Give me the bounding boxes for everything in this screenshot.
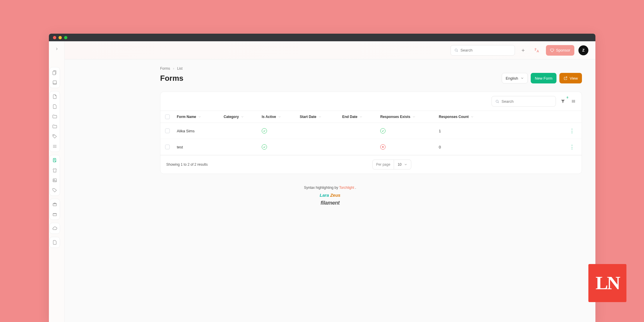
cell-responses-count: 0 xyxy=(439,145,480,149)
credits-footer: Syntax highlighting by Torchlight . Lara… xyxy=(75,186,585,206)
top-header: Sponsor Z xyxy=(65,41,595,59)
nav-group-6 xyxy=(49,237,60,248)
nav-pages-icon[interactable] xyxy=(52,70,58,76)
svg-line-16 xyxy=(498,102,499,103)
svg-rect-11 xyxy=(53,179,56,182)
cell-form-name[interactable]: Alika Sims xyxy=(177,129,224,133)
filter-count-badge: 0 xyxy=(567,96,568,99)
nav-cloud-icon[interactable] xyxy=(52,225,58,231)
heart-icon xyxy=(550,48,554,52)
table-search[interactable] xyxy=(491,96,556,107)
forms-table-card: 0 Form Name Category Is Active Start Dat… xyxy=(160,92,582,174)
nav-image-icon[interactable] xyxy=(52,177,58,183)
global-search[interactable] xyxy=(451,45,515,56)
row-actions-button[interactable]: ⋮ xyxy=(569,144,577,150)
chevron-down-icon xyxy=(470,115,474,119)
nav-box2-icon[interactable] xyxy=(52,211,58,217)
nav-group-2 xyxy=(49,91,60,152)
table-row: Alika Sims 1 ⋮ xyxy=(160,123,582,139)
nav-tag2-icon[interactable] xyxy=(52,187,58,193)
nav-group-4 xyxy=(49,199,60,220)
chevron-down-icon xyxy=(278,115,281,119)
nav-forms-icon[interactable] xyxy=(52,157,58,163)
filter-button[interactable]: 0 xyxy=(559,98,566,105)
columns-button[interactable] xyxy=(570,98,577,105)
window-minimize-button[interactable] xyxy=(59,36,62,39)
chevron-down-icon xyxy=(359,115,363,119)
nav-box-icon[interactable] xyxy=(52,201,58,207)
col-responses-exists[interactable]: Responses Exists xyxy=(380,115,439,119)
nav-folder-icon[interactable] xyxy=(52,114,58,119)
breadcrumb-root[interactable]: Forms xyxy=(160,66,170,71)
chevron-down-icon xyxy=(198,115,201,119)
col-responses-count[interactable]: Responses Count xyxy=(439,115,480,119)
external-link-icon xyxy=(564,76,568,80)
breadcrumb-leaf: List xyxy=(177,66,183,71)
plus-icon xyxy=(521,48,525,53)
nav-folder2-icon[interactable] xyxy=(52,124,58,129)
browser-window: Sponsor Z xyxy=(49,34,595,322)
row-checkbox[interactable] xyxy=(165,129,170,133)
per-page-select[interactable]: 10 xyxy=(394,160,411,169)
table-row: test 0 ⋮ xyxy=(160,139,582,155)
svg-point-6 xyxy=(54,135,54,136)
col-start-date[interactable]: Start Date xyxy=(300,115,342,119)
svg-point-0 xyxy=(455,49,457,51)
breadcrumb: Forms › List xyxy=(160,66,585,71)
new-form-button[interactable]: New Form xyxy=(531,73,556,83)
search-icon xyxy=(495,99,499,104)
table-search-input[interactable] xyxy=(501,99,552,104)
ln-logo-badge: LN xyxy=(588,264,626,302)
check-circle-icon xyxy=(262,144,267,150)
chevron-down-icon xyxy=(404,163,407,166)
chevron-down-icon xyxy=(241,115,244,119)
sponsor-label: Sponsor xyxy=(556,48,570,52)
language-select[interactable]: English xyxy=(502,73,528,83)
window-titlebar xyxy=(49,34,595,41)
svg-point-15 xyxy=(496,100,498,102)
language-switch-button[interactable] xyxy=(531,45,542,56)
page-content: Forms › List Forms English New Form xyxy=(65,59,595,322)
nav-shirt-icon[interactable] xyxy=(52,167,58,173)
user-avatar[interactable]: Z xyxy=(578,45,588,55)
nav-inbox-icon[interactable] xyxy=(52,80,58,85)
col-end-date[interactable]: End Date xyxy=(342,115,380,119)
check-circle-icon xyxy=(262,128,267,133)
chevron-right-icon: › xyxy=(173,66,174,71)
col-form-name[interactable]: Form Name xyxy=(177,115,224,119)
table-footer: Showing 1 to 2 of 2 results Per page 10 xyxy=(160,155,582,174)
check-circle-icon xyxy=(380,128,386,133)
translate-icon xyxy=(534,47,539,53)
nav-doc3-icon[interactable] xyxy=(52,239,58,245)
svg-rect-5 xyxy=(53,71,55,75)
nav-group-3 xyxy=(49,155,60,196)
lara-zeus-logo: Lara Zeus xyxy=(75,193,585,198)
nav-doc-icon[interactable] xyxy=(52,94,58,100)
col-category[interactable]: Category xyxy=(224,115,262,119)
nav-doc2-icon[interactable] xyxy=(52,104,58,109)
global-search-input[interactable] xyxy=(460,48,511,52)
col-is-active[interactable]: Is Active xyxy=(262,115,300,119)
columns-icon xyxy=(571,99,576,104)
cell-form-name[interactable]: test xyxy=(177,145,224,149)
view-button[interactable]: View xyxy=(559,73,582,83)
select-all-checkbox[interactable] xyxy=(165,114,170,119)
row-checkbox[interactable] xyxy=(165,145,170,149)
search-icon xyxy=(454,48,458,52)
add-button[interactable] xyxy=(518,45,528,56)
torchlight-link[interactable]: Torchlight xyxy=(339,186,354,190)
nav-tag-icon[interactable] xyxy=(52,133,58,139)
window-maximize-button[interactable] xyxy=(64,36,67,39)
chevron-down-icon xyxy=(412,115,416,119)
x-circle-icon xyxy=(380,144,386,150)
svg-line-1 xyxy=(457,51,458,52)
row-actions-button[interactable]: ⋮ xyxy=(569,128,577,134)
table-header-row: Form Name Category Is Active Start Date … xyxy=(160,111,582,123)
sidebar-expand-button[interactable] xyxy=(53,45,60,52)
nav-group-1 xyxy=(49,67,60,88)
nav-list-icon[interactable] xyxy=(52,143,58,149)
results-summary: Showing 1 to 2 of 2 results xyxy=(166,162,208,167)
window-close-button[interactable] xyxy=(53,36,56,39)
cell-responses-count: 1 xyxy=(439,129,480,133)
sponsor-button[interactable]: Sponsor xyxy=(546,45,574,56)
